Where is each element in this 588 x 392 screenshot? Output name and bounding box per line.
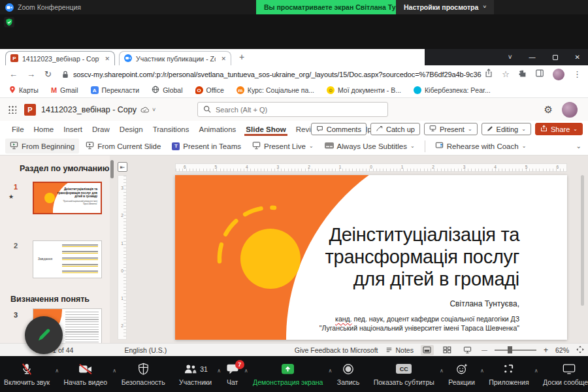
rehearse-with-coach-button[interactable]: Rehearse with Coach ⌄: [431, 139, 531, 154]
share-screen-button[interactable]: Демонстрация экрана ∧: [253, 363, 323, 386]
zoom-in-icon[interactable]: +: [544, 346, 548, 355]
chevron-up-icon[interactable]: ∧: [329, 368, 333, 374]
captions-button[interactable]: CC Показать субтитры ∧: [374, 363, 434, 386]
close-window-button[interactable]: ✕: [575, 54, 580, 61]
tab-close-icon[interactable]: ✕: [221, 56, 226, 62]
reload-icon[interactable]: ↻: [44, 69, 52, 79]
collapse-panel-button[interactable]: ⇤: [118, 162, 127, 172]
office-search-box[interactable]: [197, 102, 388, 117]
participants-button[interactable]: 31 Участники ∧: [179, 363, 212, 386]
reactions-button[interactable]: Реакции ∧: [448, 363, 475, 386]
encryption-shield-badge[interactable]: [4, 17, 14, 27]
forward-icon[interactable]: →: [27, 69, 35, 79]
tab-close-icon[interactable]: ✕: [105, 56, 110, 62]
zoom-percentage[interactable]: 62%: [555, 346, 569, 354]
tab-insert[interactable]: Insert: [62, 123, 84, 136]
from-current-slide-button[interactable]: From Current Slide: [81, 139, 165, 154]
record-button[interactable]: Запись: [337, 363, 359, 386]
zoom-slider[interactable]: [495, 350, 536, 351]
search-input[interactable]: [216, 106, 382, 114]
start-video-button[interactable]: Начать видео ∧: [63, 363, 107, 386]
share-button[interactable]: Share ⌄: [535, 123, 583, 135]
app-launcher-icon[interactable]: [8, 105, 16, 114]
tab-draw[interactable]: Draw: [91, 123, 111, 136]
notes-button[interactable]: Notes: [385, 346, 414, 354]
new-tab-button[interactable]: +: [239, 52, 244, 62]
bookmark-course[interactable]: m Курс: Соціальне па...: [237, 86, 314, 94]
thumbnail-scrollbar[interactable]: [110, 160, 114, 178]
browser-menu-icon[interactable]: ⋮: [573, 69, 581, 79]
lock-icon[interactable]: [62, 71, 69, 78]
security-button[interactable]: Безопасность: [122, 363, 165, 386]
gear-icon[interactable]: ⚙: [544, 104, 553, 116]
present-button[interactable]: Present ⌄: [424, 123, 478, 135]
present-in-teams-button[interactable]: T Present in Teams: [167, 140, 246, 153]
share-page-icon[interactable]: [484, 69, 493, 80]
tab-home[interactable]: Home: [33, 123, 56, 136]
bookmark-global[interactable]: Global: [152, 84, 182, 96]
document-title[interactable]: 14112023_вебінар - Copy: [41, 105, 137, 114]
language-status[interactable]: English (U.S.): [124, 346, 167, 354]
collapse-ribbon-icon[interactable]: ⌄: [576, 142, 581, 150]
apps-button[interactable]: Приложения ∧: [489, 363, 529, 386]
powerpoint-logo-icon[interactable]: P: [24, 104, 36, 116]
catch-up-button[interactable]: Catch up: [370, 123, 420, 135]
browser-tab-powerpoint[interactable]: P 14112023_вебінар - Copy.pptx ✕: [5, 51, 115, 65]
tab-design[interactable]: Design: [118, 123, 144, 136]
browser-profile-avatar[interactable]: [553, 69, 564, 80]
chevron-up-icon[interactable]: ∧: [217, 368, 221, 374]
address-bar[interactable]: soscv-my.sharepoint.com/:p:/r/personal/s…: [73, 71, 482, 78]
side-panel-icon[interactable]: [535, 69, 544, 80]
tab-slide-show[interactable]: Slide Show: [244, 123, 287, 136]
moodle-course-icon: m: [237, 86, 244, 94]
slide-sorter-view-button[interactable]: [441, 345, 454, 355]
back-icon[interactable]: ←: [9, 69, 18, 79]
mute-button[interactable]: Включить звук ∧: [4, 363, 50, 386]
chevron-up-icon[interactable]: ∧: [534, 368, 538, 374]
bookmark-translate[interactable]: A Перекласти: [91, 86, 140, 94]
slideshow-view-button[interactable]: [461, 345, 474, 355]
normal-view-button[interactable]: [421, 345, 434, 355]
restore-button[interactable]: [553, 55, 558, 60]
office-profile-avatar[interactable]: [562, 102, 578, 118]
chevron-up-icon[interactable]: ∧: [55, 368, 59, 374]
chat-button[interactable]: 7 Чат ∧: [226, 363, 239, 386]
tab-file[interactable]: File: [10, 123, 25, 136]
present-live-button[interactable]: Present Live ⌄: [248, 139, 318, 154]
chevron-up-icon[interactable]: ∧: [440, 368, 444, 374]
slide-1-thumbnail[interactable]: Деінституціалізація та трансформація пос…: [33, 182, 102, 214]
minimize-button[interactable]: —: [529, 54, 536, 61]
whiteboards-button[interactable]: Доски сообщени ∧: [543, 363, 588, 386]
extensions-icon[interactable]: [518, 69, 527, 80]
bookmark-star-icon[interactable]: ☆: [502, 69, 510, 79]
section-header-default[interactable]: Раздел по умолчанию: [20, 164, 109, 173]
annotation-pencil-button[interactable]: [25, 316, 63, 354]
zoom-slider-knob[interactable]: [508, 346, 512, 353]
bookmark-gmail[interactable]: M Gmail: [51, 86, 78, 94]
tab-transitions[interactable]: Transitions: [152, 123, 191, 136]
slide-canvas[interactable]: Деінституціалізація та трансформація пос…: [175, 175, 567, 340]
view-settings-button[interactable]: Настройки просмотра ˅: [396, 0, 494, 14]
always-use-subtitles-button[interactable]: Always Use Subtitles ⌄: [320, 140, 419, 153]
chevron-down-icon[interactable]: ˅: [152, 106, 155, 113]
chevron-up-icon[interactable]: ∧: [244, 368, 248, 374]
chevron-up-icon[interactable]: ∧: [480, 368, 484, 374]
zoom-out-icon[interactable]: —: [482, 347, 487, 353]
chevron-up-icon[interactable]: ∧: [112, 368, 116, 374]
fit-slide-icon[interactable]: [576, 346, 584, 355]
section-header-definitions[interactable]: Визначення понять: [10, 295, 90, 304]
slide-text-block[interactable]: Деінституціалізація та трансформація пос…: [212, 223, 519, 333]
tab-animations[interactable]: Animations: [197, 123, 237, 136]
feedback-link[interactable]: Give Feedback to Microsoft: [295, 346, 378, 354]
slide-scrollbar[interactable]: [581, 175, 584, 306]
editing-button[interactable]: Editing ⌄: [482, 123, 531, 135]
tab-search-icon[interactable]: ˅: [508, 54, 512, 61]
browser-tab-zoom[interactable]: Участник публикации - Zoom ✕: [119, 51, 231, 65]
bookmark-documents[interactable]: ☺ Мої документи - В...: [327, 86, 401, 94]
slide-2-thumbnail[interactable]: Завдання: [33, 240, 102, 278]
from-beginning-button[interactable]: From Beginning: [5, 139, 79, 154]
comments-button[interactable]: Comments: [311, 123, 367, 135]
bookmark-office[interactable]: O Office: [195, 86, 224, 94]
bookmark-cybersecurity[interactable]: Кібербезпека: Pear...: [414, 86, 491, 94]
bookmark-maps[interactable]: Карты: [9, 84, 39, 96]
